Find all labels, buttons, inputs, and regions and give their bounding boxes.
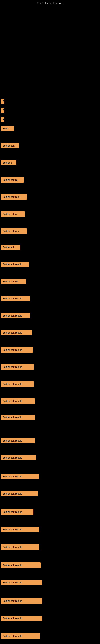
bottleneck-item[interactable]: Bottleneck re bbox=[1, 279, 26, 284]
bottleneck-item[interactable]: Bottleneck bbox=[1, 244, 20, 250]
bottleneck-item[interactable]: Bottleneck result bbox=[1, 364, 34, 370]
bottleneck-item[interactable]: Bottleneck result bbox=[1, 544, 39, 550]
bottleneck-item[interactable]: Bottleneck result bbox=[1, 381, 34, 387]
bottleneck-item[interactable]: B bbox=[1, 117, 4, 122]
bottleneck-item[interactable]: Bottleneck result bbox=[1, 296, 30, 301]
bottleneck-item[interactable]: Bottleneck bbox=[1, 143, 19, 148]
bottleneck-item[interactable]: B bbox=[1, 98, 4, 104]
bottleneck-item[interactable]: Bottleneck result bbox=[1, 414, 35, 420]
bottleneck-item[interactable]: Bottleneck resu bbox=[1, 194, 27, 200]
bottleneck-item[interactable]: Bottleneck result bbox=[1, 330, 32, 336]
bottleneck-item[interactable]: B bbox=[1, 108, 4, 113]
bottleneck-item[interactable]: Bottleneck result bbox=[1, 598, 42, 604]
bottleneck-item[interactable]: Bottleneck re bbox=[1, 177, 24, 182]
bottleneck-item[interactable]: Bottleneck result bbox=[1, 527, 39, 532]
bottleneck-item[interactable]: Bottleneck result bbox=[1, 262, 29, 267]
bottleneck-item[interactable]: Bottleneck result bbox=[1, 313, 30, 318]
bottleneck-item[interactable]: Bottleneck result bbox=[1, 580, 42, 585]
bottleneck-item[interactable]: Bottle bbox=[1, 126, 14, 131]
bottleneck-item[interactable]: Bottleneck result bbox=[1, 509, 33, 514]
bottleneck-item[interactable]: Bottleneck result bbox=[1, 347, 33, 352]
bottleneck-item[interactable]: Bottleneck re bbox=[1, 211, 25, 217]
bottleneck-item[interactable]: Bottleneck result bbox=[1, 438, 35, 443]
bottleneck-item[interactable]: Bottleneck result bbox=[1, 455, 36, 460]
site-title: TheBottlenecker.com bbox=[37, 2, 63, 5]
bottleneck-item[interactable]: Bottleneck result bbox=[1, 491, 38, 496]
bottleneck-item[interactable]: Bottleneck result bbox=[1, 633, 40, 639]
bottleneck-item[interactable]: Bottleneck result bbox=[1, 616, 42, 621]
bottleneck-item[interactable]: Bottlene bbox=[1, 160, 16, 166]
bottleneck-item[interactable]: Bottleneck result bbox=[1, 562, 41, 568]
bottleneck-item[interactable]: Bottleneck result bbox=[1, 398, 35, 404]
bottleneck-item[interactable]: Bottleneck res bbox=[1, 228, 27, 234]
bottleneck-item[interactable]: Bottleneck result bbox=[1, 474, 39, 479]
